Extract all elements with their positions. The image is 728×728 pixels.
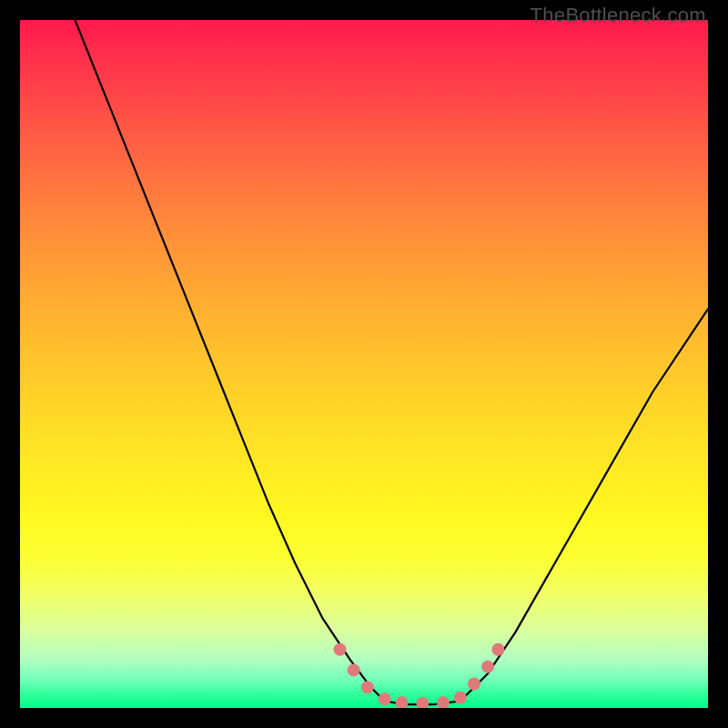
marker-dot-9 — [481, 661, 494, 673]
marker-dot-0 — [334, 643, 347, 656]
marker-dot-10 — [491, 643, 504, 656]
marker-dot-8 — [468, 678, 480, 691]
marker-dot-6 — [437, 696, 450, 708]
highlight-markers — [334, 643, 505, 708]
chart-svg — [20, 20, 708, 708]
marker-dot-3 — [379, 693, 391, 705]
marker-dot-5 — [416, 697, 429, 708]
marker-dot-4 — [396, 696, 409, 708]
watermark-text: TheBottleneck.com — [531, 4, 706, 27]
series-left-curve — [75, 20, 384, 701]
curve-lines — [75, 20, 708, 704]
chart-frame: TheBottleneck.com — [0, 0, 728, 728]
marker-dot-7 — [454, 692, 467, 704]
plot-area — [20, 20, 708, 708]
series-right-curve — [460, 309, 708, 702]
marker-dot-1 — [348, 663, 360, 676]
marker-dot-2 — [361, 681, 374, 693]
